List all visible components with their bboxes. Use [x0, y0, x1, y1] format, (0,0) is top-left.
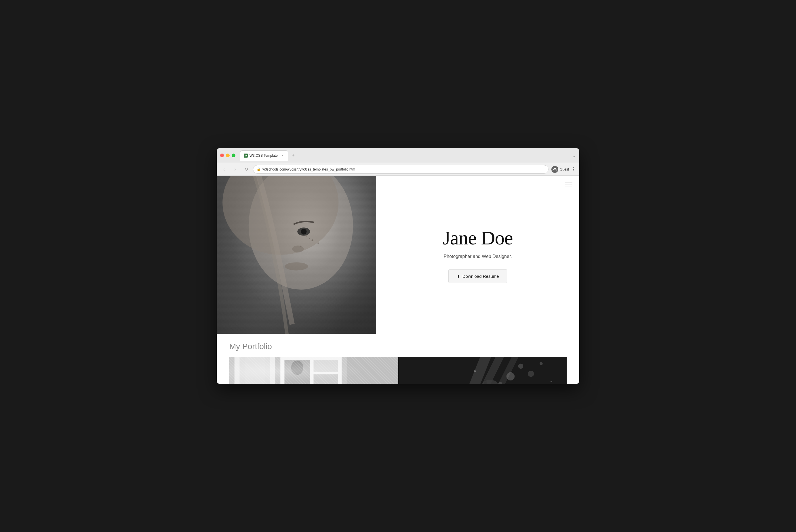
svg-rect-20	[314, 375, 338, 384]
svg-point-10	[300, 246, 301, 247]
portfolio-item-2[interactable]	[398, 357, 567, 384]
browser-window: w W3.CSS Template × + ⌄ ‹ › ↻ 🔒 w3school…	[217, 148, 579, 384]
portfolio-section: My Portfolio	[217, 334, 579, 384]
portfolio-image-1	[229, 357, 398, 384]
svg-point-4	[301, 229, 307, 234]
svg-rect-29	[484, 381, 487, 384]
svg-rect-17	[284, 360, 310, 384]
traffic-lights	[220, 154, 235, 157]
back-button[interactable]: ‹	[220, 165, 228, 173]
tab-close-button[interactable]: ×	[281, 154, 284, 157]
svg-rect-13	[235, 357, 275, 384]
lock-icon: 🔒	[257, 167, 261, 171]
svg-point-27	[540, 362, 543, 365]
hero-name: Jane Doe	[443, 227, 513, 249]
user-label: Guest	[560, 167, 569, 171]
tab-bar: w W3.CSS Template × +	[240, 150, 569, 161]
refresh-button[interactable]: ↻	[242, 165, 250, 173]
svg-point-26	[528, 371, 534, 377]
portfolio-image-2	[398, 357, 567, 384]
tab-title: W3.CSS Template	[249, 154, 278, 157]
new-tab-button[interactable]: +	[290, 152, 297, 159]
url-text: w3schools.com/w3css/tryw3css_templates_b…	[262, 167, 355, 171]
website-content: Jane Doe Photographer and Web Designer. …	[217, 176, 579, 384]
svg-rect-16	[280, 357, 341, 384]
more-options-button[interactable]: ⋮	[571, 167, 576, 172]
download-resume-button[interactable]: ⬇ Download Resume	[448, 269, 507, 283]
svg-rect-15	[245, 357, 265, 384]
portrait-svg	[217, 176, 376, 334]
address-bar-right: Guest ⋮	[551, 166, 576, 173]
hamburger-line-3	[565, 187, 572, 187]
hero-right-panel: Jane Doe Photographer and Web Designer. …	[376, 176, 579, 334]
svg-point-7	[312, 240, 313, 241]
hamburger-line-2	[565, 185, 572, 185]
active-tab[interactable]: w W3.CSS Template ×	[240, 150, 288, 161]
svg-point-24	[518, 363, 523, 369]
svg-rect-14	[239, 357, 270, 384]
title-bar: w W3.CSS Template × + ⌄	[217, 148, 579, 163]
hamburger-line-1	[565, 183, 572, 183]
portfolio-title: My Portfolio	[217, 334, 579, 357]
portfolio-grid	[217, 357, 579, 384]
hero-subtitle: Photographer and Web Designer.	[444, 254, 512, 259]
svg-rect-21	[347, 357, 398, 384]
svg-point-8	[306, 235, 307, 236]
window-controls: ⌄	[572, 152, 576, 159]
forward-button[interactable]: ›	[231, 165, 239, 173]
user-account-button[interactable]: Guest	[551, 166, 569, 173]
hero-section: Jane Doe Photographer and Web Designer. …	[217, 176, 579, 334]
user-avatar-icon	[551, 166, 558, 173]
svg-point-31	[551, 381, 552, 382]
svg-point-5	[292, 246, 303, 252]
svg-point-11	[309, 239, 310, 239]
svg-point-30	[474, 370, 476, 372]
url-input[interactable]: 🔒 w3schools.com/w3css/tryw3css_templates…	[253, 165, 549, 174]
download-btn-label: Download Resume	[462, 274, 499, 279]
svg-rect-12	[229, 357, 398, 384]
svg-point-18	[291, 361, 303, 375]
address-bar: ‹ › ↻ 🔒 w3schools.com/w3css/tryw3css_tem…	[217, 163, 579, 176]
svg-rect-19	[314, 360, 338, 372]
svg-point-23	[506, 373, 515, 380]
maximize-window-button[interactable]	[232, 154, 235, 157]
download-icon: ⬇	[457, 274, 460, 279]
svg-point-6	[285, 262, 308, 270]
portrait-background	[217, 176, 376, 334]
close-window-button[interactable]	[220, 154, 224, 157]
svg-point-9	[317, 242, 319, 244]
tab-favicon: w	[244, 154, 248, 157]
hero-portrait	[217, 176, 376, 334]
portfolio-item-1[interactable]	[229, 357, 398, 384]
hamburger-menu-button[interactable]	[565, 183, 572, 187]
minimize-window-button[interactable]	[226, 154, 230, 157]
